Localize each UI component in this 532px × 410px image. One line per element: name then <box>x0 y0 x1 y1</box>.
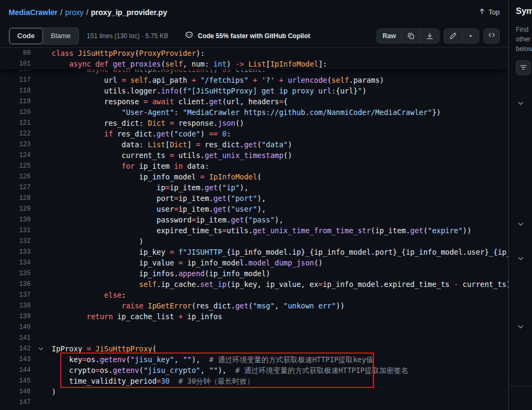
code-text: port=ip_item.get("port"), <box>52 193 508 204</box>
copy-icon[interactable] <box>402 29 421 43</box>
caret-gutter <box>31 279 52 290</box>
code-line: 136 self.ip_cache.set_ip(ip_key, ip_valu… <box>0 279 508 290</box>
back-to-top-label: Top <box>488 8 500 16</box>
symbols-panel-description: Findotherbelow <box>516 25 532 54</box>
code-text: ip_key = f"JISUHTTP_{ip_info_model.ip}_{… <box>52 247 508 257</box>
filter-icon[interactable] <box>516 60 531 75</box>
breadcrumb: MediaCrawler/proxy/proxy_ip_provider.py <box>9 8 167 17</box>
line-number[interactable]: 135 <box>0 268 31 279</box>
code-line: 123 data: List[Dict] = res_dict.get("dat… <box>0 139 508 150</box>
line-number[interactable]: 132 <box>0 236 31 247</box>
chevron-down-icon[interactable] <box>517 220 524 228</box>
line-number[interactable]: 136 <box>0 279 31 290</box>
code-text: utils.logger.info(f"[JiSuHttpProxy] get … <box>52 85 508 96</box>
line-number[interactable]: 131 <box>0 225 31 236</box>
line-number[interactable]: 129 <box>0 204 31 214</box>
line-number[interactable]: 128 <box>0 193 31 204</box>
line-number[interactable]: 119 <box>0 96 31 107</box>
line-number[interactable]: 80 <box>0 48 31 59</box>
code-line: 147 <box>0 397 508 408</box>
line-number[interactable]: 127 <box>0 182 31 193</box>
line-number[interactable]: 125 <box>0 161 31 171</box>
code-text: crypto=os.getenv("jisu_crypto", ""), # 通… <box>52 365 508 376</box>
chevron-down-icon[interactable] <box>517 255 524 262</box>
breadcrumb-separator: / <box>86 8 88 17</box>
line-number[interactable]: 121 <box>0 118 31 128</box>
symbols-panel-divider <box>509 386 532 386</box>
line-number[interactable]: 123 <box>0 139 31 150</box>
code-line: 139 return ip_cache_list + ip_infos <box>0 311 508 322</box>
code-text: if res_dict.get("code") == 0: <box>52 128 508 139</box>
breadcrumb-repo-link[interactable]: MediaCrawler <box>9 8 58 17</box>
line-number[interactable]: 124 <box>0 150 31 161</box>
chevron-down-icon[interactable] <box>517 99 524 107</box>
line-number[interactable]: 140 <box>0 322 31 333</box>
line-number[interactable]: 126 <box>0 171 31 182</box>
pencil-icon[interactable] <box>444 29 463 43</box>
code-line: 133 ip_key = f"JISUHTTP_{ip_info_model.i… <box>0 247 508 257</box>
caret-gutter <box>31 311 52 322</box>
tab-blame[interactable]: Blame <box>43 28 79 44</box>
code-text: ip_value = ip_info_model.model_dump_json… <box>52 257 508 268</box>
line-number[interactable]: 141 <box>0 333 31 343</box>
code-line: 120 "User-Agent": "MediaCrawler https://… <box>0 107 508 118</box>
code-line: 119 response = await client.get(url, hea… <box>0 96 508 107</box>
code-text: self.ip_cache.set_ip(ip_key, ip_value, e… <box>52 279 508 290</box>
line-number[interactable]: 146 <box>0 386 31 397</box>
code-line: 146) <box>0 386 508 397</box>
line-number[interactable]: 144 <box>0 365 31 376</box>
code-line: 129 user=ip_item.get("user"), <box>0 204 508 214</box>
code-text: ) <box>52 386 508 397</box>
line-number[interactable]: 145 <box>0 376 31 386</box>
line-number[interactable]: 147 <box>0 397 31 408</box>
code-line: 117 url = self.api_path + "/fetchips" + … <box>0 75 508 85</box>
caret-gutter <box>31 257 52 268</box>
line-number[interactable]: 118 <box>0 85 31 96</box>
chevron-down-icon[interactable] <box>463 29 479 43</box>
caret-gutter <box>31 59 52 69</box>
code-line: 122 if res_dict.get("code") == 0: <box>0 128 508 139</box>
tab-code[interactable]: Code <box>9 28 43 44</box>
line-number[interactable]: 134 <box>0 257 31 268</box>
code-line: 135 ip_infos.append(ip_info_model) <box>0 268 508 279</box>
code-line: 137 else: <box>0 290 508 300</box>
line-number[interactable]: 130 <box>0 214 31 225</box>
line-number[interactable]: 122 <box>0 128 31 139</box>
code-text: ip_infos.append(ip_info_model) <box>52 268 508 279</box>
collapse-chevron-icon[interactable] <box>31 343 52 354</box>
symbols-toggle-button[interactable] <box>484 28 500 44</box>
github-file-view: MediaCrawler/proxy/proxy_ip_provider.py … <box>0 0 532 410</box>
code-line: 140 <box>0 322 508 333</box>
code-line: 124 current_ts = utils.get_unix_timestam… <box>0 150 508 161</box>
line-number[interactable]: 142 <box>0 343 31 354</box>
code-text: user=ip_item.get("user"), <box>52 204 508 214</box>
code-line: 80class JiSuHttpProxy(ProxyProvider): <box>0 48 508 59</box>
back-to-top-button[interactable]: Top <box>478 8 500 17</box>
line-number[interactable]: 133 <box>0 247 31 257</box>
caret-gutter <box>31 182 52 193</box>
download-icon[interactable] <box>421 29 439 43</box>
caret-gutter <box>31 96 52 107</box>
sticky-scope-lines: 80class JiSuHttpProxy(ProxyProvider):101… <box>0 48 508 69</box>
line-number[interactable]: 117 <box>0 75 31 85</box>
symbols-panel: Symbols Findotherbelow <box>508 0 532 410</box>
caret-gutter <box>31 48 52 59</box>
caret-gutter <box>31 376 52 386</box>
code-text: ) <box>52 236 508 247</box>
code-text: return ip_cache_list + ip_infos <box>52 311 508 322</box>
line-number[interactable]: 138 <box>0 300 31 311</box>
line-number[interactable]: 101 <box>0 59 31 69</box>
line-number[interactable]: 143 <box>0 354 31 365</box>
line-number[interactable]: 120 <box>0 107 31 118</box>
code-text: "User-Agent": "MediaCrawler https://gith… <box>52 107 508 118</box>
line-number[interactable]: 139 <box>0 311 31 322</box>
code-line: 143 key=os.getenv("jisu_key", ""), # 通过环… <box>0 354 508 365</box>
caret-gutter <box>31 268 52 279</box>
chevron-down-icon[interactable] <box>517 323 524 330</box>
caret-gutter <box>31 247 52 257</box>
code-line: 131 expired_time_ts=utils.get_unix_time_… <box>0 225 508 236</box>
raw-button[interactable]: Raw <box>377 29 402 43</box>
line-number[interactable]: 137 <box>0 290 31 300</box>
code-text: class JiSuHttpProxy(ProxyProvider): <box>52 48 508 59</box>
breadcrumb-folder-link[interactable]: proxy <box>65 8 83 17</box>
